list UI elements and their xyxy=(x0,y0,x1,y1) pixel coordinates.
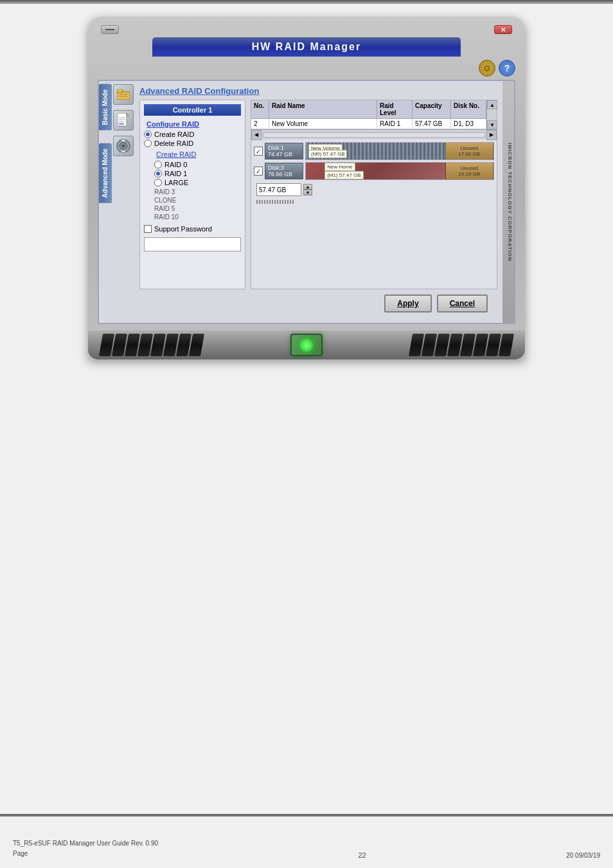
radio-create-raid[interactable]: Create RAID xyxy=(144,131,241,138)
chassis-center xyxy=(290,334,323,356)
scroll-right-button[interactable]: ▶ xyxy=(486,130,497,140)
content-row: Controller 1 Configure RAID Create RAID … xyxy=(139,100,497,289)
app-title: HW RAID Manager xyxy=(252,41,361,52)
nav-icon-docs[interactable] xyxy=(113,110,134,131)
scroll-left-button[interactable]: ◀ xyxy=(251,130,262,140)
section-header: Advanced RAID Configuration xyxy=(139,86,497,96)
hw-bottom-chassis xyxy=(88,330,525,359)
radio-delete-raid[interactable]: Delete RAID xyxy=(144,140,241,147)
td-no-1: 2 xyxy=(251,119,269,129)
radio-raid0[interactable]: RAID 0 xyxy=(154,161,241,168)
radio-delete-icon xyxy=(144,140,152,147)
support-password-checkbox[interactable]: Support Password xyxy=(144,225,241,233)
table-header-row: No. Raid Name Raid Level Capacity Disk N… xyxy=(251,100,486,119)
tick-14 xyxy=(290,200,291,204)
tick-8 xyxy=(274,200,276,204)
svg-rect-0 xyxy=(117,92,130,100)
tick-marks xyxy=(254,200,494,204)
support-password-input[interactable] xyxy=(144,237,241,251)
th-level: Raid Level xyxy=(377,100,413,118)
size-decrement-button[interactable]: ▼ xyxy=(303,190,312,195)
table-section: No. Raid Name Raid Level Capacity Disk N… xyxy=(251,100,497,129)
disk3-unused-segment: Unused 19.19 GB xyxy=(446,163,494,179)
disk-visualization: Disk:1 74.47 GB New Volume (M0) 5 xyxy=(251,140,497,289)
disk3-tooltip-name: New Home xyxy=(324,163,355,171)
disk-icon xyxy=(116,138,131,154)
vertical-scrollbar[interactable]: ▲ ▼ xyxy=(486,100,497,129)
help-icon: ? xyxy=(504,63,510,73)
radio-raid1-icon xyxy=(154,170,162,177)
disk3-tooltip-size: (M1) 57.47 GB xyxy=(324,171,363,179)
support-password-checkbox-box xyxy=(144,225,152,233)
disk1-checkbox[interactable] xyxy=(254,147,263,156)
tick-1 xyxy=(256,200,258,204)
td-disk-1: D1, D3 xyxy=(451,119,486,129)
tick-2 xyxy=(259,200,260,204)
create-raid-link[interactable]: Create RAID xyxy=(154,149,241,159)
footer-right: 20 09/03/19 xyxy=(566,852,600,859)
disk-row-3: Disk:3 76.66 GB New Home (M1) 57.47 GB xyxy=(254,162,494,180)
svg-rect-1 xyxy=(117,89,123,93)
close-button[interactable]: ✕ xyxy=(494,25,512,34)
tick-11 xyxy=(282,200,283,204)
page-wrapper: ✕ HW RAID Manager ⚙ ? Basic Mode xyxy=(0,0,613,868)
cancel-button[interactable]: Cancel xyxy=(437,294,488,312)
settings-button[interactable]: ⚙ xyxy=(479,60,495,77)
footer: T5_R5-eSUF RAID Manager User Guide Rev. … xyxy=(0,829,613,862)
left-panel: Controller 1 Configure RAID Create RAID … xyxy=(139,100,245,289)
title-bar: HW RAID Manager xyxy=(152,37,461,57)
disk1-info: Disk:1 74.47 GB xyxy=(265,143,303,159)
disk3-size: 76.66 GB xyxy=(268,171,300,177)
disk-row-1: Disk:1 74.47 GB New Volume (M0) 5 xyxy=(254,142,494,160)
controller-label: Controller 1 xyxy=(144,104,241,116)
tick-13 xyxy=(287,200,289,204)
td-level-1: RAID 1 xyxy=(377,119,413,129)
radio-raid0-icon xyxy=(154,161,162,168)
chassis-vent-left xyxy=(101,334,202,356)
disk3-unused-size: 19.19 GB xyxy=(458,171,480,177)
radio-create-icon xyxy=(144,131,152,138)
disk1-bar: New Volume (M0) 57.47 GB Unused 17.00 GB xyxy=(305,142,494,160)
radio-raid1[interactable]: RAID 1 xyxy=(154,170,241,177)
disk3-checkbox[interactable] xyxy=(254,167,263,176)
svg-marker-5 xyxy=(127,113,129,116)
tick-7 xyxy=(272,200,273,204)
table-container: No. Raid Name Raid Level Capacity Disk N… xyxy=(251,100,486,129)
bottom-buttons: Apply Cancel xyxy=(139,289,497,318)
hw-unit: ✕ HW RAID Manager ⚙ ? Basic Mode xyxy=(88,17,525,359)
scroll-up-button[interactable]: ▲ xyxy=(487,100,497,109)
radio-large[interactable]: LARGE xyxy=(154,179,241,186)
raid-type-raid10[interactable]: RAID 10 xyxy=(154,213,241,221)
tick-12 xyxy=(285,200,286,204)
size-increment-button[interactable]: ▲ xyxy=(303,184,312,190)
raid-type-raid5[interactable]: RAID 5 xyxy=(154,204,241,213)
size-spinner: ▲ ▼ xyxy=(303,184,312,195)
scroll-down-button[interactable]: ▼ xyxy=(487,120,497,129)
minimize-icon xyxy=(105,29,114,30)
radio-raid0-label: RAID 0 xyxy=(164,161,187,168)
raid-type-list: RAID 0 RAID 1 LARGE RAID xyxy=(154,161,241,221)
hw-top: ✕ xyxy=(88,17,525,34)
td-capacity-1: 57.47 GB xyxy=(413,119,451,129)
horizontal-scrollbar[interactable]: ◀ ▶ xyxy=(251,129,497,140)
support-password-label: Support Password xyxy=(154,225,212,233)
footer-left: T5_R5-eSUF RAID Manager User Guide Rev. … xyxy=(13,838,158,859)
menu-configure-raid[interactable]: Configure RAID xyxy=(144,119,241,129)
document-icon xyxy=(118,113,129,127)
table-row-1[interactable]: 2 New Volume RAID 1 57.47 GB D1, D3 xyxy=(251,119,486,129)
nav-icon-configure[interactable] xyxy=(113,84,134,105)
raid-type-clone[interactable]: CLONE xyxy=(154,196,241,204)
size-input-field[interactable] xyxy=(256,183,301,196)
nav-icon-disks[interactable] xyxy=(113,136,134,156)
tick-6 xyxy=(269,200,271,204)
tick-10 xyxy=(280,200,281,204)
disk1-label: Disk:1 xyxy=(268,145,300,151)
chassis-vent-right xyxy=(411,334,512,356)
tab-basic-mode[interactable]: Basic Mode xyxy=(99,84,112,131)
apply-button[interactable]: Apply xyxy=(384,294,431,312)
vent-stripe-8 xyxy=(189,334,204,356)
tab-advanced-mode[interactable]: Advanced Mode xyxy=(99,143,112,203)
help-button[interactable]: ? xyxy=(499,60,515,77)
minimize-button[interactable] xyxy=(101,25,119,34)
raid-type-raid3[interactable]: RAID 3 xyxy=(154,188,241,196)
